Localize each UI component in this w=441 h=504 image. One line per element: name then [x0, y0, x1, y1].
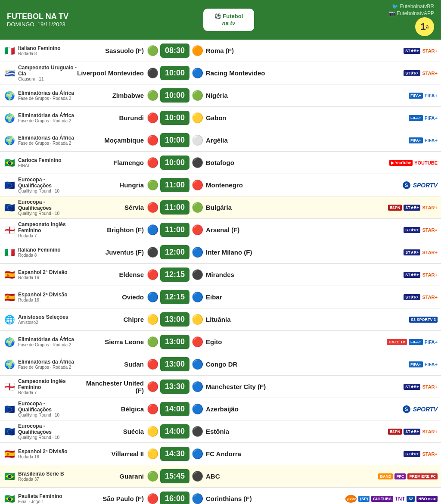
league-sub-17: Qualifying Round · 10 — [18, 435, 77, 440]
table-row: 🏴󠁧󠁢󠁥󠁮󠁧󠁿 Campeonato Inglês Feminino Rodad… — [0, 219, 441, 241]
league-text-19: Brasileirão Série B Rodada 37 — [18, 471, 64, 482]
channels-1: ST★R+ STAR+ — [273, 70, 438, 76]
league-name-3: Eliminatórias da África — [18, 112, 74, 118]
league-info-9: 🇮🇹 Italiano Feminino Rodada 8 — [3, 246, 77, 258]
channels-15: ST★R+ STAR+ — [273, 384, 438, 390]
league-flag-14: 🌍 — [3, 358, 16, 370]
home-team-15: Manchester United (F) — [77, 380, 146, 394]
league-name-2: Eliminatórias da África — [18, 90, 74, 96]
league-sub-0: Rodada 8 — [18, 51, 61, 56]
league-sub-18: Rodada 16 — [18, 454, 67, 459]
league-name-14: Eliminatórias da África — [18, 359, 74, 365]
league-text-11: Espanhol 2ª Divisão Rodada 16 — [18, 292, 67, 302]
time-box-10: 12:15 — [160, 268, 189, 282]
league-name-8: Campeonato Inglês Feminino — [18, 221, 77, 233]
league-text-14: Eliminatórias da África Fase de Grupos ·… — [18, 359, 74, 370]
home-flag-16: 🔴 — [146, 404, 159, 415]
home-team-6: Hungria — [77, 181, 146, 189]
league-sub-3: Fase de Grupos · Rodada 2 — [18, 118, 74, 123]
league-info-18: 🇪🇸 Espanhol 2ª Divisão Rodada 16 — [3, 448, 77, 460]
table-row: 🇪🇺 Eurocopa - Qualificações Qualifying R… — [0, 174, 441, 196]
league-sub-15: Rodada 7 — [18, 390, 77, 395]
league-name-10: Espanhol 2ª Divisão — [18, 269, 67, 275]
league-text-0: Italiano Feminino Rodada 8 — [18, 45, 61, 56]
channels-8: ST★R+ STAR+ — [273, 227, 438, 233]
header-logo: ⚽ Futebolna tv — [203, 9, 255, 31]
table-row: 🇺🇾 Campeonato Uruguaio - Cla Clausura · … — [0, 62, 441, 84]
table-row: 🇪🇸 Espanhol 2ª Divisão Rodada 16 Eldense… — [0, 264, 441, 286]
social-instagram: 📷 FutebolnatvAPP — [389, 10, 434, 16]
league-text-2: Eliminatórias da África Fase de Grupos ·… — [18, 90, 74, 101]
table-row: 🌍 Eliminatórias da África Fase de Grupos… — [0, 331, 441, 353]
away-flag-1: 🔵 — [190, 68, 204, 79]
league-info-6: 🇪🇺 Eurocopa - Qualificações Qualifying R… — [3, 177, 77, 193]
home-team-1: Liverpool Montevideo — [77, 69, 146, 77]
league-sub-16: Qualifying Round · 10 — [18, 413, 77, 417]
away-flag-8: 🔴 — [190, 224, 204, 236]
home-team-20: São Paulo (F) — [77, 495, 146, 502]
channels-18: ST★R+ STAR+ — [273, 451, 438, 457]
table-row: 🇧🇷 Brasileirão Série B Rodada 37 Guarani… — [0, 465, 441, 488]
home-team-16: Bélgica — [77, 405, 146, 413]
channels-17: ESPN ST★R+ STAR+ — [273, 429, 438, 435]
time-box-1: 10:00 — [160, 66, 189, 80]
league-name-7: Eurocopa - Qualificações — [18, 199, 77, 211]
table-row: 🇪🇸 Espanhol 2ª Divisão Rodada 16 Villarr… — [0, 443, 441, 465]
time-box-11: 12:15 — [160, 290, 189, 304]
time-box-18: 14:30 — [160, 447, 189, 461]
schedule-table: 🇮🇹 Italiano Feminino Rodada 8 Sassuolo (… — [0, 40, 441, 504]
home-flag-9: ⚫ — [146, 247, 159, 258]
league-text-3: Eliminatórias da África Fase de Grupos ·… — [18, 112, 74, 123]
channels-11: ST★R+ STAR+ — [273, 294, 438, 300]
table-row: 🇪🇺 Eurocopa - Qualificações Qualifying R… — [0, 398, 441, 420]
home-team-0: Sassuolo (F) — [77, 47, 146, 54]
away-team-12: Lituânia — [204, 316, 273, 323]
league-text-7: Eurocopa - Qualificações Qualifying Roun… — [18, 199, 77, 216]
home-team-13: Sierra Leone — [77, 338, 146, 345]
home-team-2: Zimbabwe — [77, 92, 146, 99]
home-team-7: Sérvia — [77, 204, 146, 211]
league-info-10: 🇪🇸 Espanhol 2ª Divisão Rodada 16 — [3, 269, 77, 281]
league-text-4: Eliminatórias da África Fase de Grupos ·… — [18, 135, 74, 146]
table-row: 🇧🇷 Carioca Feminino FINAL Flamengo 🔴 10:… — [0, 152, 441, 174]
away-team-14: Congo DR — [204, 361, 273, 368]
away-flag-5: ⚫ — [190, 157, 204, 168]
home-flag-20: 🔴 — [146, 493, 159, 504]
away-team-3: Gabon — [204, 114, 273, 121]
league-info-1: 🇺🇾 Campeonato Uruguaio - Cla Clausura · … — [3, 65, 77, 81]
league-text-8: Campeonato Inglês Feminino Rodada 7 — [18, 221, 77, 238]
channels-9: ST★R+ STAR+ — [273, 249, 438, 255]
away-team-15: Manchester City (F) — [204, 383, 273, 390]
channels-16: SSPORTV — [273, 405, 438, 413]
league-sub-8: Rodada 7 — [18, 233, 77, 238]
league-info-5: 🇧🇷 Carioca Feminino FINAL — [3, 157, 77, 169]
site-title: FUTEBOL NA TV — [7, 12, 68, 21]
time-box-15: 13:30 — [160, 380, 189, 394]
home-flag-3: 🔴 — [146, 112, 159, 124]
away-team-1: Racing Montevideo — [204, 69, 273, 77]
away-flag-11: 🔵 — [190, 292, 204, 303]
league-sub-7: Qualifying Round · 10 — [18, 211, 77, 216]
league-sub-11: Rodada 16 — [18, 298, 67, 302]
channels-12: S3 SPORTV 3 — [273, 317, 438, 323]
time-box-16: 14:00 — [160, 402, 189, 416]
league-info-12: 🌐 Amistosos Seleções Amistoso2 — [3, 314, 77, 326]
channels-14: FIFA+ FIFA+ — [273, 361, 438, 367]
league-flag-8: 🏴󠁧󠁢󠁥󠁮󠁧󠁿 — [3, 224, 16, 236]
away-team-5: Botafogo — [204, 159, 273, 166]
league-info-3: 🌍 Eliminatórias da África Fase de Grupos… — [3, 112, 77, 124]
home-flag-5: 🔴 — [146, 157, 159, 168]
away-team-16: Azerbaijão — [204, 405, 273, 413]
league-name-6: Eurocopa - Qualificações — [18, 177, 77, 189]
table-row: 🇪🇸 Espanhol 2ª Divisão Rodada 16 Oviedo … — [0, 286, 441, 308]
away-flag-18: 🔵 — [190, 448, 204, 460]
away-team-2: Nigéria — [204, 92, 273, 99]
league-name-20: Paulista Feminino — [18, 493, 62, 499]
away-team-20: Corinthians (F) — [204, 495, 273, 502]
league-name-12: Amistosos Seleções — [18, 314, 68, 320]
away-flag-12: 🟡 — [190, 314, 204, 325]
time-box-7: 11:00 — [160, 200, 189, 215]
away-team-17: Estônia — [204, 428, 273, 435]
table-row: 🇮🇹 Italiano Feminino Rodada 8 Sassuolo (… — [0, 40, 441, 62]
home-flag-8: 🔵 — [146, 224, 159, 236]
